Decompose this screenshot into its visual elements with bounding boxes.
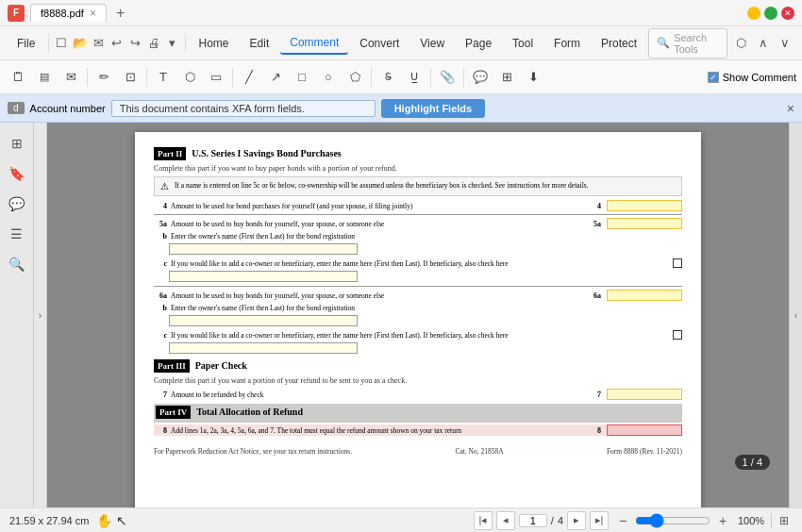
oval-btn[interactable]: ○ [316, 65, 341, 90]
callout-btn[interactable]: ⬡ [177, 65, 202, 90]
notif-d-label: d [8, 102, 25, 114]
menu-bar: File ☐ 📂 ✉ ↩ ↪ 🖨 ▾ Home Edit Comment Con… [0, 26, 802, 60]
toolbar-open[interactable]: 📂 [72, 32, 89, 55]
zoom-out-btn[interactable]: − [614, 512, 631, 529]
zoom-slider[interactable] [635, 513, 710, 528]
toolbar-sep-1 [87, 68, 88, 87]
line-6c-num: c [154, 331, 167, 340]
toolbar-new[interactable]: ☐ [53, 32, 70, 55]
line-8-amount-field[interactable] [607, 424, 682, 436]
line-5a-amount-field[interactable] [607, 218, 682, 229]
menu-tool[interactable]: Tool [503, 33, 543, 54]
line-5a-row: 5a Amount to be used to buy bonds for yo… [154, 218, 682, 229]
page-nav: |◂ ◂ / 4 ▸ ▸| [474, 511, 609, 530]
menu-convert[interactable]: Convert [350, 33, 409, 54]
sidebar-form-btn[interactable]: ☰ [4, 221, 30, 247]
prev-page-btn[interactable]: ◂ [496, 511, 515, 530]
search-tools-input[interactable]: 🔍 Search Tools [648, 28, 727, 58]
toolbar-email[interactable]: ✉ [90, 32, 107, 55]
first-page-btn[interactable]: |◂ [474, 511, 493, 530]
pdf-footer: For Paperwork Reduction Act Notice, see … [154, 443, 682, 456]
stamp-btn[interactable]: ✉ [58, 65, 83, 90]
part-ii-header-row: Part II U.S. Series I Savings Bond Purch… [154, 147, 682, 162]
line-5c-checkbox[interactable] [673, 258, 682, 268]
line-7-row: 7 Amount to be refunded by check 7 [154, 389, 682, 400]
polygon-btn[interactable]: ⬠ [343, 65, 367, 90]
toolbar-redo[interactable]: ↪ [127, 32, 144, 55]
line-6c-checkbox[interactable] [673, 330, 682, 340]
line-btn[interactable]: ╱ [237, 65, 261, 90]
notif-message: This document contains XFA form fields. [111, 100, 376, 117]
text-box-btn[interactable]: ▭ [204, 65, 228, 90]
external-link-btn[interactable]: ⬡ [731, 32, 750, 55]
manage-comment-btn[interactable]: 💬 [468, 65, 493, 90]
import-btn[interactable]: ⬇ [521, 65, 545, 90]
line-7-label: Amount to be refunded by check [171, 391, 593, 399]
fit-page-btn[interactable]: ⊞ [776, 512, 793, 529]
line-6b-field[interactable] [169, 315, 358, 326]
line-5a-ref: 5a [593, 220, 601, 228]
line-6b-field-area [169, 315, 682, 326]
next-page-btn[interactable]: ▸ [567, 511, 586, 530]
underline-btn[interactable]: U̲ [402, 65, 426, 90]
line-6c-field[interactable] [169, 342, 358, 354]
toolbar-undo[interactable]: ↩ [109, 32, 125, 55]
menu-home[interactable]: Home [190, 33, 239, 54]
menu-form[interactable]: Form [544, 33, 590, 54]
tab-close-btn[interactable]: × [90, 7, 96, 20]
line-6b-label: Enter the owner's name (First then Last)… [171, 304, 682, 312]
restore-btn[interactable] [764, 7, 777, 20]
menu-file[interactable]: File [8, 33, 44, 54]
app-tab[interactable]: f8888.pdf × [30, 4, 107, 22]
rect-btn[interactable]: □ [290, 65, 314, 90]
part-ii-label: Part II [154, 147, 186, 160]
line-6a-label: Amount to be used to buy bonds for yours… [171, 291, 590, 300]
sticky-note-btn[interactable]: 🗒 [6, 65, 30, 90]
minimize-btn[interactable] [747, 7, 760, 20]
attach-btn[interactable]: 📎 [435, 65, 459, 90]
notification-close-btn[interactable]: × [787, 101, 794, 116]
pencil-btn[interactable]: ✏ [92, 65, 116, 90]
arrow-btn[interactable]: ↗ [263, 65, 288, 90]
new-tab-btn[interactable]: + [112, 5, 128, 22]
menu-view[interactable]: View [410, 33, 454, 54]
line-4-amount-field[interactable] [607, 200, 682, 211]
sidebar-search-btn[interactable]: 🔍 [4, 251, 30, 277]
close-btn[interactable]: ✕ [781, 7, 794, 20]
text-btn[interactable]: T [151, 65, 175, 90]
line-5b-field[interactable] [169, 243, 358, 255]
line-6b-num: b [154, 304, 167, 312]
eraser-btn[interactable]: ⊡ [118, 65, 142, 90]
toolbar-print[interactable]: 🖨 [145, 32, 162, 55]
sidebar-thumbnail-btn[interactable]: ⊞ [4, 130, 30, 157]
line-7-amount-field[interactable] [607, 389, 682, 400]
right-panel-expand-btn[interactable]: ‹ [789, 123, 802, 507]
title-bar-left: F f8888.pdf × + [8, 4, 747, 22]
highlight-fields-btn[interactable]: Highlight Fields [381, 99, 486, 118]
sidebar-expand-btn[interactable]: › [34, 123, 47, 507]
toolbar-dropdown[interactable]: ▾ [164, 32, 181, 55]
sidebar-comment-btn[interactable]: 💬 [4, 191, 30, 217]
zoom-in-btn[interactable]: + [714, 512, 731, 529]
total-pages: 4 [558, 515, 563, 526]
line-6a-amount-field[interactable] [607, 290, 682, 301]
highlight-text-btn[interactable]: ▤ [32, 65, 57, 90]
left-sidebar: ⊞ 🔖 💬 ☰ 🔍 [0, 123, 34, 507]
menu-page[interactable]: Page [456, 33, 501, 54]
search-tools-area: 🔍 Search Tools ⬡ ∧ ∨ [648, 28, 794, 58]
strikeout-btn[interactable]: S̶ [376, 65, 400, 90]
menu-protect[interactable]: Protect [592, 33, 646, 54]
chevron-up-btn[interactable]: ∧ [754, 32, 773, 55]
line-5b-grid [169, 243, 682, 255]
menu-edit[interactable]: Edit [241, 33, 279, 54]
expand-comment-btn[interactable]: ⊞ [494, 65, 519, 90]
show-comment-checkbox[interactable]: ✓ [708, 72, 719, 83]
menu-comment[interactable]: Comment [280, 32, 348, 55]
last-page-btn[interactable]: ▸| [590, 511, 609, 530]
line-5c-field[interactable] [169, 271, 358, 282]
page-number-input[interactable] [519, 514, 547, 527]
show-comment-checkbox-label[interactable]: ✓ Show Comment [708, 72, 796, 83]
sidebar-bookmark-btn[interactable]: 🔖 [4, 160, 30, 187]
chevron-down-btn[interactable]: ∨ [776, 32, 794, 55]
window-controls: ✕ [747, 7, 794, 20]
